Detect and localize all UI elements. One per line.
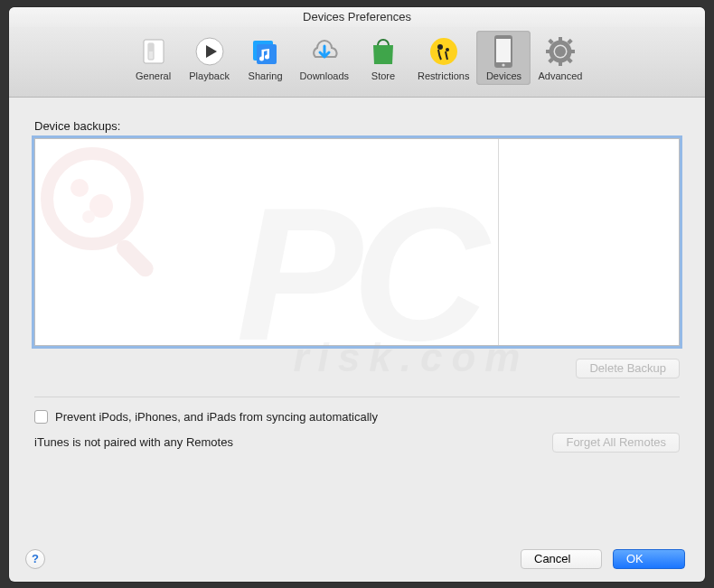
prevent-sync-label: Prevent iPods, iPhones, and iPads from s…: [55, 410, 378, 424]
play-icon: [192, 33, 228, 70]
toolbar-label: Downloads: [300, 70, 349, 81]
phone-icon: [485, 33, 521, 70]
toolbar-store[interactable]: Store: [356, 31, 410, 85]
content-pane: Device backups: Delete Backup Prevent iP…: [9, 98, 705, 465]
prevent-sync-row[interactable]: Prevent iPods, iPhones, and iPads from s…: [34, 410, 680, 424]
svg-point-9: [446, 48, 449, 51]
toolbar-playback[interactable]: Playback: [183, 31, 237, 85]
toolbar-downloads[interactable]: Downloads: [295, 31, 354, 85]
delete-backup-button: Delete Backup: [576, 359, 680, 378]
forget-remotes-button: Forget All Remotes: [552, 433, 680, 453]
backups-list[interactable]: [34, 138, 680, 346]
toolbar-general[interactable]: General: [127, 31, 181, 85]
window-title: Devices Preferences: [9, 7, 705, 27]
remotes-status: iTunes is not paired with any Remotes: [34, 435, 233, 449]
toolbar-label: Restrictions: [418, 70, 469, 81]
prevent-sync-checkbox[interactable]: [34, 410, 48, 424]
svg-rect-11: [496, 39, 511, 62]
svg-point-12: [503, 63, 505, 66]
svg-point-13: [555, 46, 566, 57]
toolbar-label: Sharing: [249, 70, 283, 81]
cancel-button[interactable]: Cancel: [521, 549, 602, 569]
preferences-toolbar: General Playback Sharing Downloads: [9, 27, 705, 98]
svg-rect-2: [148, 43, 154, 51]
gear-icon: [542, 33, 578, 70]
ok-button[interactable]: OK: [613, 549, 685, 569]
help-button[interactable]: ?: [25, 549, 45, 569]
toolbar-advanced[interactable]: Advanced: [532, 31, 587, 85]
toolbar-label: Playback: [189, 70, 230, 81]
bag-icon: [365, 33, 401, 70]
parental-icon: [426, 33, 462, 70]
column-divider: [498, 139, 499, 345]
divider: [34, 397, 680, 397]
toolbar-label: Devices: [486, 70, 521, 81]
switch-icon: [136, 33, 172, 70]
toolbar-label: Advanced: [538, 70, 582, 81]
svg-point-7: [430, 38, 457, 65]
toolbar-label: Store: [371, 70, 395, 81]
svg-rect-6: [257, 44, 277, 64]
toolbar-devices[interactable]: Devices: [476, 31, 531, 85]
preferences-window: Devices Preferences General Playback Sha…: [9, 7, 705, 582]
cloud-download-icon: [306, 33, 343, 70]
footer: ? Cancel OK: [25, 549, 685, 569]
toolbar-label: General: [136, 70, 171, 81]
svg-point-8: [437, 44, 443, 50]
toolbar-restrictions[interactable]: Restrictions: [412, 31, 474, 85]
backups-label: Device backups:: [34, 119, 680, 133]
toolbar-sharing[interactable]: Sharing: [239, 31, 293, 85]
music-stack-icon: [248, 33, 284, 70]
